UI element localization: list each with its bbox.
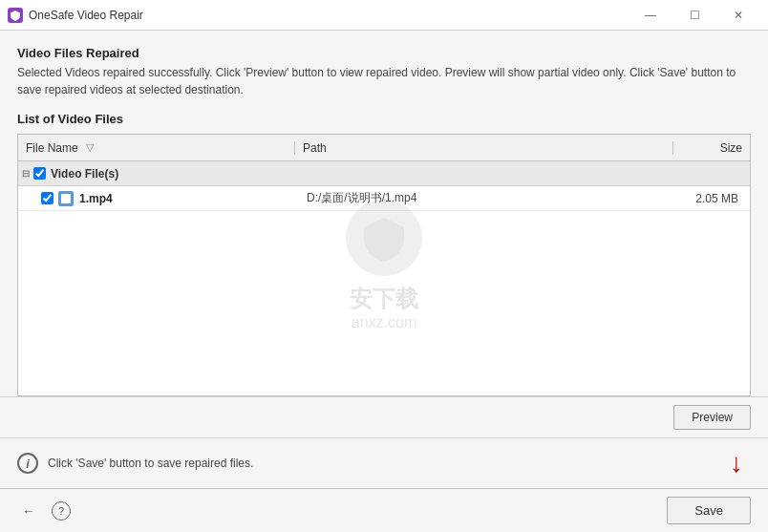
save-hint-bar: i Click 'Save' button to save repaired f… [0, 437, 768, 488]
group-checkbox[interactable] [33, 167, 46, 180]
table-header: File Name ▽ Path Size [18, 135, 750, 161]
minimize-button[interactable]: — [629, 0, 672, 31]
file-table: File Name ▽ Path Size ⊟ Video File(s) [17, 134, 751, 396]
close-button[interactable]: ✕ [716, 0, 760, 31]
file-checkbox[interactable] [41, 192, 53, 204]
preview-bar: Preview [0, 396, 768, 437]
table-body: ⊟ Video File(s) 1.mp4 D:/桌面/说明书/1.mp4 2.… [18, 161, 750, 395]
bottom-section: Preview i Click 'Save' button to save re… [0, 396, 768, 532]
list-title: List of Video Files [17, 112, 751, 126]
list-section: List of Video Files File Name ▽ Path Siz… [17, 112, 751, 396]
file-name: 1.mp4 [79, 192, 299, 205]
footer-bar: ← ? Save [0, 488, 768, 532]
help-button[interactable]: ? [52, 501, 71, 521]
group-row: ⊟ Video File(s) [18, 161, 750, 186]
header-filename: File Name ▽ [18, 141, 295, 155]
window-controls: — ☐ ✕ [629, 0, 760, 31]
header-path: Path [295, 141, 673, 155]
window-title: OneSafe Video Repair [29, 9, 629, 22]
status-title: Video Files Repaired [17, 46, 751, 60]
filter-icon: ▽ [86, 141, 94, 154]
hint-text: Click 'Save' button to save repaired fil… [48, 457, 720, 470]
file-type-icon [58, 191, 74, 206]
group-label: Video File(s) [51, 167, 118, 181]
group-toggle[interactable]: ⊟ [22, 168, 30, 179]
status-section: Video Files Repaired Selected Videos rep… [17, 46, 751, 98]
app-icon [8, 8, 23, 23]
footer-left: ← ? [17, 500, 71, 522]
main-content: Video Files Repaired Selected Videos rep… [0, 31, 768, 396]
arrow-down-icon: ↓ [730, 448, 743, 479]
file-size: 2.05 MB [670, 192, 746, 205]
title-bar: OneSafe Video Repair — ☐ ✕ [0, 0, 768, 31]
table-row[interactable]: 1.mp4 D:/桌面/说明书/1.mp4 2.05 MB [18, 186, 750, 211]
preview-button[interactable]: Preview [673, 405, 751, 430]
maximize-button[interactable]: ☐ [672, 0, 716, 31]
header-size: Size [673, 141, 750, 155]
save-button[interactable]: Save [667, 497, 751, 524]
back-button[interactable]: ← [17, 500, 40, 522]
file-path: D:/桌面/说明书/1.mp4 [299, 190, 670, 206]
status-description: Selected Videos repaired successfully. C… [17, 64, 751, 98]
file-icon-inner [61, 194, 71, 203]
info-icon: i [17, 453, 38, 474]
